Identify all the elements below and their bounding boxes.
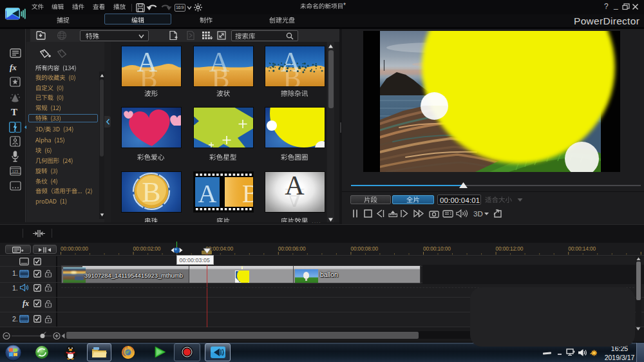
svg-text:B: B [242,179,252,208]
svg-text:A: A [198,179,216,208]
svg-text:3D: 3D [473,210,483,218]
svg-text:123: 123 [12,169,19,173]
svg-text:B: B [142,176,160,208]
